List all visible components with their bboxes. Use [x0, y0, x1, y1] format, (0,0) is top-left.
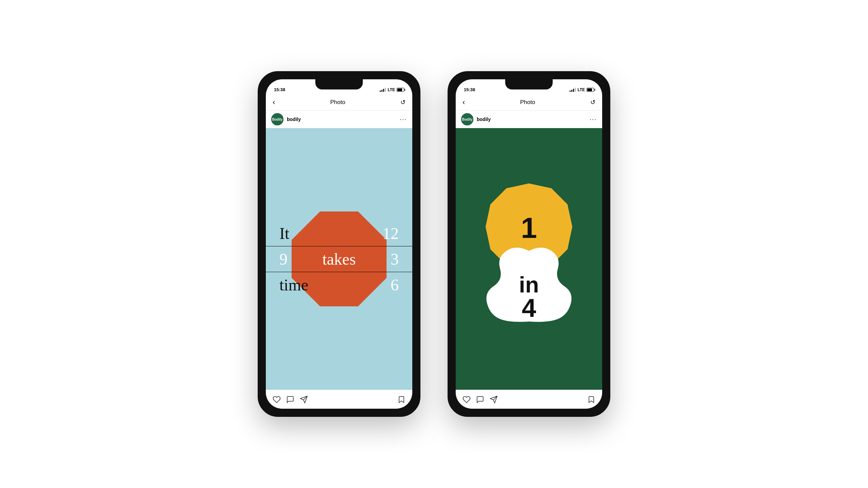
phone-1-notch	[315, 79, 363, 89]
signal-bar-3	[383, 89, 384, 92]
clock-6-text: 6	[391, 276, 399, 294]
svg-text:1: 1	[521, 212, 537, 244]
phone-1-lte: LTE	[388, 87, 395, 92]
phone-2-bookmark-icon[interactable]	[587, 395, 595, 404]
phone-1-back-button[interactable]: ‹	[273, 98, 275, 107]
phone-1-time: 15:38	[274, 87, 285, 92]
clock-divider-top	[266, 246, 412, 246]
phone-1: 15:38 LTE ‹ Photo	[258, 71, 420, 417]
signal-bar-4	[385, 88, 386, 92]
svg-text:Bodily: Bodily	[272, 118, 283, 121]
phone-2-username[interactable]: bodily	[477, 117, 586, 122]
phone-2-flower-svg: 1 in 4	[456, 128, 602, 390]
phone-1-nav-title: Photo	[330, 99, 345, 106]
phone-1-action-bar	[266, 390, 412, 409]
signal-bar-2	[381, 90, 382, 92]
phone-2-avatar-icon: Bodily	[461, 113, 473, 125]
phone-2-action-icons	[462, 395, 587, 404]
phone-1-comment-icon[interactable]	[286, 395, 294, 404]
signal-bar-1	[380, 90, 381, 92]
phone-2-nav-title: Photo	[520, 99, 535, 106]
phone-2-avatar: Bodily	[461, 113, 473, 125]
phone-1-frame: 15:38 LTE ‹ Photo	[258, 71, 420, 417]
phone-1-nav-bar: ‹ Photo ↺	[266, 94, 412, 110]
svg-text:Bodily: Bodily	[462, 118, 473, 121]
clock-bottom-row: time 6	[266, 276, 412, 294]
signal-bar-2-4	[575, 88, 576, 92]
phone-2-frame: 15:38 LTE ‹ Photo	[448, 71, 610, 417]
signal-bar-2-2	[571, 90, 572, 92]
phone-2-more-menu[interactable]: ···	[590, 116, 597, 123]
clock-middle-row: 9 takes 3	[266, 250, 412, 268]
phone-1-username[interactable]: bodily	[287, 117, 396, 122]
phone-1-post-header: Bodily bodily ···	[266, 110, 412, 128]
clock-divider-bottom	[266, 272, 412, 272]
clock-9-text: 9	[279, 250, 288, 268]
clock-12-text: 12	[382, 224, 399, 243]
phone-2-notch	[505, 79, 553, 89]
phone-1-heart-icon[interactable]	[273, 395, 281, 404]
phone-2-action-bar	[456, 390, 602, 409]
phone-1-status-right: LTE	[380, 87, 404, 92]
phone-2-status-right: LTE	[570, 87, 594, 92]
battery-fill-1	[397, 88, 402, 91]
phone-2: 15:38 LTE ‹ Photo	[448, 71, 610, 417]
signal-bar-2-3	[573, 89, 574, 92]
phone-1-action-icons	[273, 395, 397, 404]
phone-2-post-image: 1 in 4	[456, 128, 602, 390]
clock-it-text: It	[279, 224, 289, 243]
phone-2-signal-bars	[570, 88, 576, 92]
phone-1-bookmark-icon[interactable]	[397, 395, 406, 404]
phone-1-text-overlay: It 12 9 takes 3	[266, 128, 412, 390]
phone-2-refresh-button[interactable]: ↺	[590, 99, 595, 106]
phone-2-battery	[587, 88, 594, 92]
phone-1-share-icon[interactable]	[300, 395, 308, 404]
phone-1-avatar: Bodily	[271, 113, 283, 125]
phone-2-nav-bar: ‹ Photo ↺	[456, 94, 602, 110]
phone-1-refresh-button[interactable]: ↺	[400, 99, 406, 106]
phone-1-signal-bars	[380, 88, 386, 92]
phone-2-back-button[interactable]: ‹	[462, 98, 465, 107]
phone-1-clock-image: It 12 9 takes 3	[266, 128, 412, 390]
phone-1-post-image: It 12 9 takes 3	[266, 128, 412, 390]
phone-1-battery	[397, 88, 404, 92]
phone-1-inner: 15:38 LTE ‹ Photo	[266, 79, 412, 409]
clock-3-text: 3	[391, 250, 399, 268]
phone-2-comment-icon[interactable]	[476, 395, 484, 404]
phone-2-inner: 15:38 LTE ‹ Photo	[456, 79, 602, 409]
svg-text:4: 4	[522, 293, 536, 322]
phone-1-avatar-icon: Bodily	[271, 113, 283, 125]
phone-2-flower-image: 1 in 4	[456, 128, 602, 390]
phone-2-share-icon[interactable]	[490, 395, 498, 404]
clock-time-text: time	[279, 276, 308, 294]
battery-fill-2	[587, 88, 592, 91]
phone-2-lte: LTE	[577, 87, 585, 92]
clock-takes-text: takes	[322, 250, 356, 268]
phone-1-more-menu[interactable]: ···	[400, 116, 407, 123]
phone-2-heart-icon[interactable]	[462, 395, 471, 404]
phone-2-post-header: Bodily bodily ···	[456, 110, 602, 128]
clock-top-row: It 12	[266, 224, 412, 243]
signal-bar-2-1	[570, 90, 571, 92]
phone-2-time: 15:38	[464, 87, 475, 92]
